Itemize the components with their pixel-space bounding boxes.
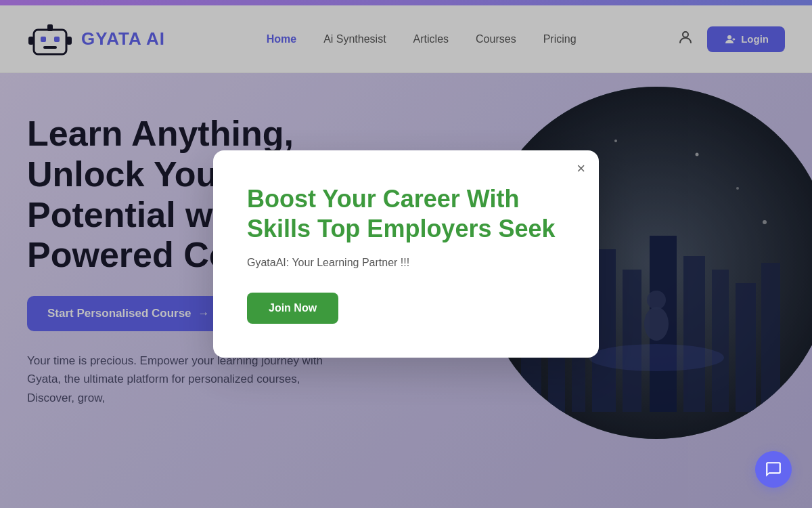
- join-now-button[interactable]: Join Now: [247, 293, 338, 324]
- modal-close-button[interactable]: ×: [577, 161, 585, 176]
- modal-dialog: × Boost Your Career With Skills Top Empl…: [213, 150, 599, 357]
- modal-title: Boost Your Career With Skills Top Employ…: [247, 184, 565, 242]
- modal-overlay[interactable]: × Boost Your Career With Skills Top Empl…: [0, 0, 812, 508]
- chat-icon: [765, 461, 782, 478]
- modal-subtitle: GyataAI: Your Learning Partner !!!: [247, 257, 565, 269]
- chat-bubble-button[interactable]: [755, 451, 792, 488]
